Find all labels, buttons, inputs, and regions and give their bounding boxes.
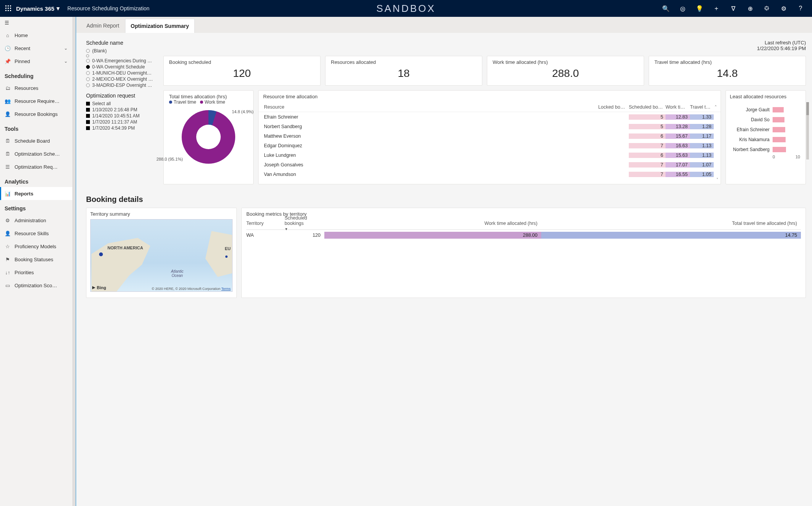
bar-row[interactable]: Jorge Gault xyxy=(730,105,802,115)
schedule-radio-item[interactable]: 1-MUNICH-DEU Overnight… xyxy=(86,70,157,76)
app-launcher-icon[interactable] xyxy=(3,3,14,14)
schedule-radio-item[interactable]: (Blank) xyxy=(86,48,157,54)
search-icon[interactable]: 🔍 xyxy=(657,0,674,17)
table-row[interactable]: Luke Lundgren 6 15.63 1.13 xyxy=(259,150,721,160)
sidebar-item-label: Resource Require… xyxy=(15,98,60,104)
puzzle-icon[interactable]: ⯐ xyxy=(758,0,775,17)
kpi-work-time[interactable]: Work time allocated (hrs) 288.0 xyxy=(487,56,644,86)
bar xyxy=(773,147,786,152)
table-col-scheduled[interactable]: Scheduled booki… xyxy=(629,104,666,110)
add-icon[interactable]: ＋ xyxy=(708,0,725,17)
radio-icon xyxy=(86,49,90,53)
calendar-icon: 🗓 xyxy=(5,138,11,144)
tab-admin-report[interactable]: Admin Report xyxy=(81,18,125,33)
bing-icon: ▶ xyxy=(92,285,95,290)
checkbox-icon xyxy=(86,102,90,106)
tab-optimization-summary[interactable]: Optimization Summary xyxy=(125,19,195,33)
request-check-item[interactable]: 1/7/2020 11:21:37 AM xyxy=(86,119,157,125)
table-col-travel[interactable]: Travel time… ▼ xyxy=(690,104,714,110)
kpi-resources-allocated[interactable]: Resources allocated 18 xyxy=(325,56,482,86)
cell-scheduled: 7 xyxy=(629,143,666,148)
map-point[interactable] xyxy=(225,255,228,258)
schedule-radio-item[interactable]: 0-WA Overnight Schedule xyxy=(86,64,157,70)
last-refresh-label: Last refresh (UTC) xyxy=(765,40,806,46)
sidebar-scrollbar[interactable] xyxy=(73,17,76,506)
sidebar-item-resource-skills[interactable]: 👤Resource Skills xyxy=(0,227,72,240)
sidebar-item-pinned[interactable]: 📌 Pinned ⌄ xyxy=(0,55,72,68)
checkbox-icon xyxy=(86,126,90,130)
bar xyxy=(773,137,786,142)
sidebar-item-administration[interactable]: ⚙Administration xyxy=(0,214,72,227)
help-icon[interactable]: ? xyxy=(792,0,809,17)
sidebar-item-optimization-requests[interactable]: ☰Optimization Req… xyxy=(0,160,72,173)
table-col-travel-time[interactable]: Total travel time allocated (hrs) xyxy=(541,221,801,226)
request-check-item[interactable]: 1/14/2020 10:45:51 AM xyxy=(86,113,157,119)
schedule-radio-item[interactable] xyxy=(86,54,157,57)
chart-scrollbar[interactable] xyxy=(806,102,809,159)
lightbulb-icon[interactable]: 💡 xyxy=(691,0,708,17)
table-row[interactable]: Edgar Dominquez 7 16.63 1.13 xyxy=(259,141,721,150)
total-times-chart[interactable]: Total times allocation (hrs) Travel time… xyxy=(163,90,254,184)
table-col-work[interactable]: Work time… xyxy=(666,104,690,110)
kpi-booking-scheduled[interactable]: Booking scheduled 120 xyxy=(163,56,321,86)
sidebar-item-reports[interactable]: 📊Reports xyxy=(0,187,72,200)
schedule-radio-item[interactable]: 0-WA Emergencies During … xyxy=(86,58,157,63)
schedule-radio-item[interactable]: 2-MEXICO-MEX Overnight … xyxy=(86,76,157,82)
least-allocated-chart[interactable]: Least allocated resources Jorge GaultDav… xyxy=(726,90,806,184)
table-row[interactable]: WA 120 288.00 14.75 xyxy=(246,231,801,239)
sidebar-item-schedule-board[interactable]: 🗓Schedule Board xyxy=(0,134,72,147)
resource-time-table[interactable]: Resource time allocation Resource Locked… xyxy=(258,90,721,184)
bar-row[interactable]: Norbert Sandberg xyxy=(730,145,802,155)
kpi-travel-time[interactable]: Travel time allocated (hrs) 14.8 xyxy=(649,56,806,86)
table-row[interactable]: Van Amundson 7 16.55 1.05 xyxy=(259,169,721,179)
plus-circle-icon[interactable]: ⊕ xyxy=(742,0,758,17)
scroll-down-icon[interactable]: ˅ xyxy=(716,177,718,182)
request-check-item[interactable]: Select all xyxy=(86,101,157,106)
map-point[interactable] xyxy=(99,252,103,256)
chart-legend: Travel time Work time xyxy=(169,99,225,105)
bar-row[interactable]: David So xyxy=(730,115,802,125)
table-col-work-time[interactable]: Work time allocated (hrs) xyxy=(324,221,541,226)
target-icon[interactable]: ◎ xyxy=(674,0,691,17)
schedule-radio-label: 0-WA Emergencies During … xyxy=(92,58,152,63)
svg-rect-0 xyxy=(5,5,7,7)
sidebar-item-resource-requirements[interactable]: 👥Resource Require… xyxy=(0,94,72,107)
table-col-sched-bookings[interactable]: Scheduled bookings▼ xyxy=(285,215,324,231)
table-row[interactable]: Matthew Everson 6 15.67 1.17 xyxy=(259,131,721,141)
sidebar-group-settings: Settings xyxy=(0,200,72,214)
scroll-up-icon[interactable]: ˄ xyxy=(714,104,718,110)
sidebar-item-label: Reports xyxy=(15,191,33,197)
table-row[interactable]: Joseph Gonsalves 7 17.07 1.07 xyxy=(259,160,721,169)
table-row[interactable]: Norbert Sandberg 5 13.28 1.28 xyxy=(259,122,721,131)
gear-icon[interactable]: ⚙ xyxy=(775,0,792,17)
request-check-item[interactable]: 1/10/2020 2:16:48 PM xyxy=(86,107,157,112)
sidebar-item-home[interactable]: ⌂ Home xyxy=(0,29,72,42)
bing-map[interactable]: NORTH AMERICA EU Atlantic Ocean ▶ Bing ©… xyxy=(90,219,233,292)
bing-label: Bing xyxy=(97,285,106,290)
bar-row[interactable]: Efrain Schreiner xyxy=(730,125,802,135)
sidebar-item-optimization-schedules[interactable]: 🗓Optimization Sche… xyxy=(0,147,72,160)
sidebar-item-recent[interactable]: 🕒 Recent ⌄ xyxy=(0,42,72,55)
chart-title: Territory summary xyxy=(90,211,233,217)
request-check-item[interactable]: 1/7/2020 4:54:39 PM xyxy=(86,125,157,131)
bar-row[interactable]: Kris Nakamura xyxy=(730,135,802,145)
brand-dropdown[interactable]: Dynamics 365 ▾ xyxy=(16,5,60,12)
table-col-territory[interactable]: Territory xyxy=(246,221,285,226)
table-row[interactable]: Efrain Schreiner 5 12.83 1.33 xyxy=(259,112,721,122)
territory-summary-map[interactable]: Territory summary NORTH AMERICA EU Atlan… xyxy=(86,208,237,298)
sidebar-item-booking-statuses[interactable]: ⚑Booking Statuses xyxy=(0,253,72,266)
table-col-resource[interactable]: Resource xyxy=(264,104,598,110)
sidebar-item-resource-bookings[interactable]: 👤Resource Bookings xyxy=(0,107,72,120)
sidebar-item-proficiency-models[interactable]: ☆Proficiency Models xyxy=(0,240,72,253)
sidebar-item-label: Priorities xyxy=(15,270,34,275)
sidebar-item-resources[interactable]: 🗂Resources xyxy=(0,81,72,94)
hamburger-icon[interactable]: ☰ xyxy=(0,17,72,29)
booking-metrics-territory[interactable]: Booking metrics by territory Territory S… xyxy=(241,208,806,298)
list-icon: ☰ xyxy=(5,164,11,170)
table-col-locked[interactable]: Locked book… xyxy=(598,104,629,110)
sidebar-item-optimization-scopes[interactable]: ▭Optimization Sco… xyxy=(0,279,72,292)
sidebar-item-priorities[interactable]: ↓↑Priorities xyxy=(0,266,72,279)
schedule-radio-item[interactable]: 3-MADRID-ESP Overnight … xyxy=(86,83,157,88)
filter-icon[interactable]: ∇ xyxy=(725,0,742,17)
map-terms-link[interactable]: Terms xyxy=(221,287,231,291)
